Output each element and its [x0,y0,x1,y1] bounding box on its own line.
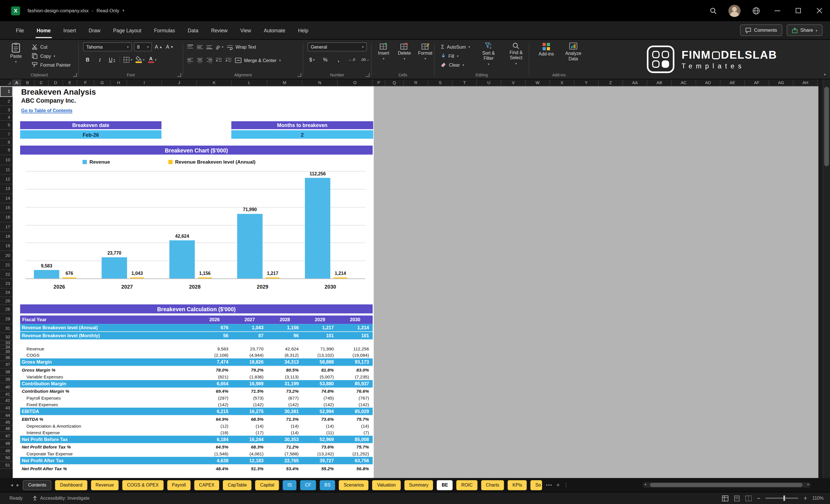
column-header-j[interactable]: J [162,80,197,86]
maximize-button[interactable] [788,0,809,21]
row-header-46[interactable]: 46 [0,426,12,432]
row-label[interactable]: Net Profit Before Tax % [20,443,197,450]
align-left-icon[interactable] [187,58,193,63]
row-header-34[interactable]: 34 [0,345,12,349]
row-value[interactable]: (4,944) [232,353,267,358]
row-header-12[interactable]: 12 [0,175,12,184]
row-value[interactable]: 53,880 [302,381,338,386]
row-header-51[interactable]: 51 [0,462,12,469]
row-value[interactable]: 73.6% [302,444,338,450]
row-header-49[interactable]: 49 [0,447,12,454]
row-header-47[interactable]: 47 [0,432,12,440]
sheet-tab-capital[interactable]: Capital [255,480,279,490]
row-value[interactable]: 85,008 [338,437,373,442]
row-header-8[interactable]: 8 [0,139,12,146]
sheet-nav-next-icon[interactable]: ▸ [17,482,19,488]
year-header-2030[interactable]: 2030 [338,317,373,323]
toc-link[interactable]: Go to Table of Contents [21,108,72,114]
column-header-o[interactable]: O [338,80,373,86]
column-header-q[interactable]: Q [385,80,404,86]
sheet-tab-captable[interactable]: CapTable [223,480,252,490]
align-top-icon[interactable] [187,44,193,50]
row-header-38[interactable]: 38 [0,369,12,376]
company-name[interactable]: ABC Company Inc. [21,98,76,104]
row-label[interactable]: EBITDA [20,408,197,415]
ribbon-tab-formulas[interactable]: Formulas [148,21,181,39]
tabbar-menu-icon[interactable]: ⋮ [564,482,569,488]
row-header-35[interactable]: 35 [0,349,12,355]
orientation-icon[interactable]: ab▾ [216,44,223,50]
row-value[interactable]: 31,199 [267,381,302,386]
column-header-t[interactable]: T [452,80,477,86]
sheet-tab-valuation[interactable]: Valuation [372,480,401,490]
row-header-22[interactable]: 22 [0,270,12,279]
row-value[interactable]: (767) [338,396,373,401]
select-all-corner[interactable] [0,80,12,86]
row-value[interactable]: (142) [302,402,338,407]
percent-format-button[interactable]: % [321,55,330,64]
autosum-button[interactable]: ΣAutoSum▾ [439,42,472,51]
row-header-25[interactable]: 25 [0,297,12,305]
delete-cells-button[interactable]: Delete▾ [395,42,413,61]
clear-button[interactable]: Clear▾ [439,60,472,69]
row-label[interactable]: Revenue [20,346,197,352]
row-value[interactable]: 39,727 [302,458,338,463]
format-painter-button[interactable]: Format Painter [30,60,73,69]
row-value[interactable]: (5,007) [302,374,338,380]
page-break-view-icon[interactable] [745,495,752,501]
row-header-23[interactable]: 23 [0,279,12,288]
row-label[interactable]: Net Profit Before Tax [20,435,197,443]
row-header-21[interactable]: 21 [0,260,12,270]
row-value[interactable]: 16,989 [232,381,267,386]
zoom-in-button[interactable]: + [804,495,807,501]
ribbon-tab-automate[interactable]: Automate [257,21,292,39]
currency-format-button[interactable]: $ ▾ [308,55,316,64]
row-header-4[interactable]: 4 [0,114,12,121]
column-header-c[interactable]: C [34,80,49,86]
ribbon-tab-page-layout[interactable]: Page Layout [107,21,148,39]
row-value[interactable]: (14) [338,423,373,429]
column-header-h[interactable]: H [111,80,127,86]
sheet-tab-roic[interactable]: ROIC [456,480,477,490]
sheet-tab-dashboard[interactable]: Dashboard [55,480,87,490]
row-value[interactable]: (142) [232,402,267,407]
row-label[interactable]: Gross Margin % [20,367,197,374]
row-value[interactable]: 52,969 [302,437,338,442]
sheet-tab-is[interactable]: IS [283,480,296,490]
row-value[interactable]: 6,184 [197,437,232,442]
row-value[interactable]: 71.3% [267,416,302,422]
column-header-ad[interactable]: AD [696,80,721,86]
row-header-31[interactable]: 31 [0,324,12,333]
close-button[interactable] [809,0,830,21]
column-header-ae[interactable]: AE [721,80,745,86]
row-value[interactable]: 58,888 [302,359,338,365]
row-value[interactable]: 34,313 [267,359,302,365]
row-header-48[interactable]: 48 [0,440,12,447]
row-label[interactable]: Payroll Expenses [20,395,197,401]
font-dialog-launcher[interactable] [177,73,181,77]
column-header-af[interactable]: AF [745,80,769,86]
column-header-e[interactable]: E [63,80,77,86]
column-header-ag[interactable]: AG [769,80,793,86]
align-middle-icon[interactable] [197,44,202,50]
row-value[interactable]: (7) [338,430,373,435]
row-value[interactable]: 83.0% [338,367,373,373]
sort-filter-button[interactable]: AZ Sort & Filter▾ [477,42,500,69]
row-header-41[interactable]: 41 [0,391,12,398]
row-label[interactable]: Revenue Breakeven level (Annual) [20,324,197,332]
column-header-u[interactable]: U [477,80,501,86]
row-value[interactable]: 64.5% [197,444,232,450]
row-value[interactable]: 73.6% [302,416,338,422]
row-value[interactable]: 16,275 [232,409,267,414]
ribbon-tab-review[interactable]: Review [205,21,234,39]
months-to-breakeven-header[interactable]: Months to breakeven [231,121,373,129]
ribbon-tab-insert[interactable]: Insert [57,21,82,39]
sheet-tab-kpis[interactable]: KPIs [508,480,527,490]
row-value[interactable]: (7,235) [338,374,373,380]
row-value[interactable]: 85,029 [338,409,373,414]
ribbon-tab-data[interactable]: Data [181,21,205,39]
row-value[interactable]: 16,244 [232,437,267,442]
globe-icon[interactable] [745,0,767,21]
row-value[interactable]: 23,770 [232,346,267,351]
row-value[interactable]: (11) [302,430,338,435]
